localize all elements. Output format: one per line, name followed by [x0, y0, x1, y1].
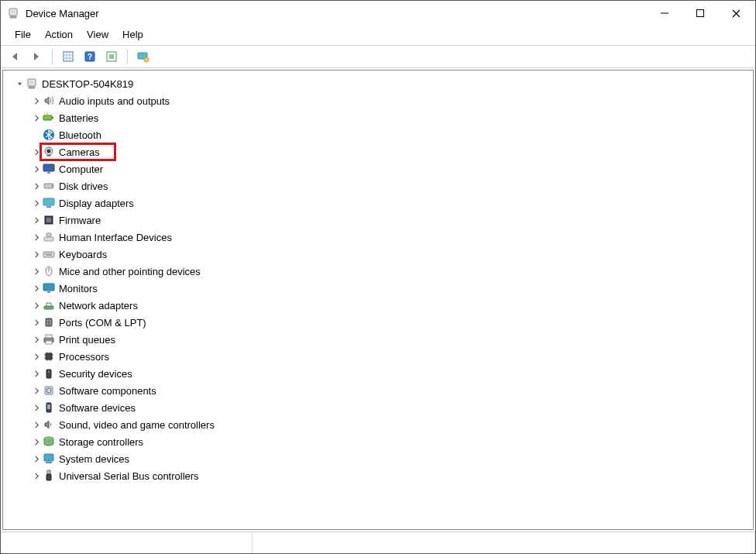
chevron-right-icon[interactable] — [31, 163, 42, 174]
chevron-right-icon[interactable] — [31, 198, 42, 208]
chevron-down-icon[interactable] — [14, 78, 25, 89]
menu-view[interactable]: View — [81, 27, 115, 42]
chevron-right-icon[interactable] — [31, 436, 42, 447]
title-bar: Device Manager — [1, 1, 755, 26]
tree-item-label: Print queues — [59, 334, 115, 346]
tree-item-security[interactable]: Security devices — [31, 365, 753, 382]
tree-item-label: Software devices — [59, 402, 136, 414]
battery-icon — [42, 111, 56, 125]
tree-item-label: Display adapters — [59, 198, 134, 209]
forward-button[interactable] — [27, 47, 46, 66]
help-button-tb[interactable] — [81, 47, 99, 66]
port-icon — [42, 315, 56, 329]
close-button[interactable] — [718, 2, 754, 25]
minimize-button[interactable] — [647, 2, 682, 25]
tree-item-label: Software components — [59, 385, 156, 397]
speaker-icon — [42, 94, 56, 108]
chevron-right-icon[interactable] — [31, 300, 42, 311]
tree-item-label: Processors — [59, 351, 109, 363]
tree-item-cameras[interactable]: Cameras — [31, 143, 753, 160]
tree-item-label: Storage controllers — [59, 436, 143, 448]
sound-icon — [42, 418, 56, 432]
chevron-right-icon[interactable] — [31, 419, 42, 430]
tree-item-bluetooth[interactable]: Bluetooth — [31, 126, 753, 143]
printer-icon — [42, 332, 56, 346]
keyboard-icon — [42, 247, 56, 261]
tree-item-monitors[interactable]: Monitors — [31, 280, 753, 297]
security-icon — [42, 366, 56, 380]
tree-item-audio[interactable]: Audio inputs and outputs — [31, 92, 753, 109]
chevron-right-icon[interactable] — [31, 266, 42, 277]
tree-item-label: Audio inputs and outputs — [59, 95, 170, 107]
tree-item-swdev[interactable]: Software devices — [31, 399, 753, 416]
tree-item-firmware[interactable]: Firmware — [31, 212, 753, 229]
tree-item-hid[interactable]: Human Interface Devices — [31, 229, 753, 246]
tree-item-network[interactable]: Network adapters — [31, 297, 753, 314]
tree-item-system[interactable]: System devices — [31, 450, 753, 467]
mouse-icon — [42, 264, 56, 278]
tree-root-node[interactable]: DESKTOP-504K819 — [9, 75, 753, 92]
scan-button[interactable] — [102, 47, 121, 66]
menu-file[interactable]: File — [9, 27, 37, 42]
tree-item-display[interactable]: Display adapters — [31, 194, 753, 212]
tree-item-label: System devices — [59, 453, 129, 465]
tree-item-cpu[interactable]: Processors — [31, 348, 753, 365]
tree-item-printq[interactable]: Print queues — [31, 331, 753, 348]
tree-item-mice[interactable]: Mice and other pointing devices — [31, 263, 753, 280]
tree-item-usb[interactable]: Universal Serial Bus controllers — [31, 467, 753, 484]
menu-bar: File Action View Help — [1, 26, 755, 45]
maximize-button[interactable] — [682, 2, 718, 25]
tree-item-computer[interactable]: Computer — [31, 160, 753, 177]
tree-item-disk[interactable]: Disk drives — [31, 177, 753, 194]
tree-item-storage[interactable]: Storage controllers — [31, 433, 753, 450]
network-icon — [42, 298, 56, 312]
disk-icon — [42, 179, 56, 193]
cpu-icon — [42, 349, 56, 363]
tree-item-swcomp[interactable]: Software components — [31, 382, 753, 399]
usb-icon — [42, 469, 56, 483]
chevron-right-icon[interactable] — [31, 470, 42, 481]
tree-item-label: Keyboards — [59, 249, 107, 260]
chevron-right-icon[interactable] — [31, 249, 42, 260]
tree-item-label: Computer — [59, 163, 103, 175]
chevron-right-icon[interactable] — [31, 129, 42, 140]
chevron-right-icon[interactable] — [31, 317, 42, 328]
display-icon — [42, 196, 56, 210]
tree-item-label: Monitors — [59, 283, 98, 294]
chevron-right-icon[interactable] — [31, 368, 42, 379]
menu-help[interactable]: Help — [116, 27, 149, 42]
chevron-right-icon[interactable] — [31, 334, 42, 345]
toolbar-separator — [52, 49, 53, 64]
back-button[interactable] — [5, 47, 24, 66]
toolbar — [1, 45, 755, 68]
chevron-right-icon[interactable] — [31, 215, 42, 225]
tree-item-label: Mice and other pointing devices — [59, 266, 201, 277]
app-icon — [7, 7, 19, 19]
chevron-right-icon[interactable] — [31, 402, 42, 413]
tree-item-ports[interactable]: Ports (COM & LPT) — [31, 314, 753, 331]
root-label: DESKTOP-504K819 — [42, 78, 133, 90]
chevron-right-icon[interactable] — [31, 181, 42, 191]
tree-item-label: Universal Serial Bus controllers — [59, 470, 199, 482]
chevron-right-icon[interactable] — [31, 453, 42, 464]
tree-item-sound[interactable]: Sound, video and game controllers — [31, 416, 753, 433]
chevron-right-icon[interactable] — [31, 385, 42, 396]
tree-item-label: Human Interface Devices — [59, 232, 172, 243]
chevron-right-icon[interactable] — [31, 112, 42, 123]
chevron-right-icon[interactable] — [31, 95, 42, 106]
monitor-button[interactable] — [134, 47, 153, 66]
chevron-right-icon[interactable] — [31, 232, 42, 243]
tree-item-label: Network adapters — [59, 300, 138, 311]
chevron-right-icon[interactable] — [31, 283, 42, 294]
system-icon — [42, 452, 56, 466]
tree-item-batteries[interactable]: Batteries — [31, 109, 753, 126]
computer-icon — [25, 77, 39, 91]
tree-item-keyboards[interactable]: Keyboards — [31, 246, 753, 263]
swdev-icon — [42, 401, 56, 415]
tree-item-label: Firmware — [59, 215, 101, 226]
window-title: Device Manager — [26, 8, 99, 19]
menu-action[interactable]: Action — [39, 27, 79, 42]
device-tree[interactable]: DESKTOP-504K819 Audio inputs and outputs… — [2, 70, 754, 530]
chevron-right-icon[interactable] — [31, 351, 42, 362]
show-hidden-button[interactable] — [59, 47, 77, 66]
